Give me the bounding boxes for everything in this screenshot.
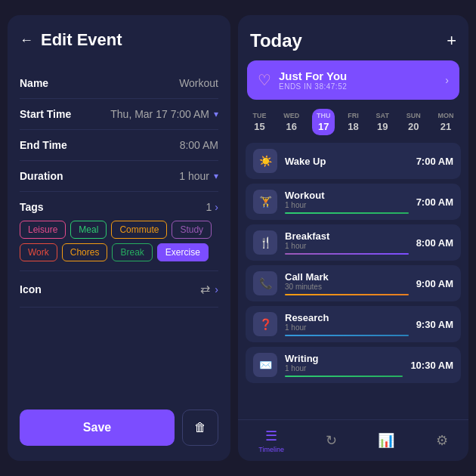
breakfast-bar	[285, 253, 409, 255]
start-time-chevron-icon: ▾	[214, 109, 218, 119]
event-workout[interactable]: 🏋️ Workout 1 hour 7:00 AM	[246, 184, 461, 220]
icon-arrows-icon: ⇄	[200, 282, 210, 296]
bottom-nav: ☰ Timeline ↻ 📊 ⚙	[238, 419, 468, 461]
name-label: Name	[20, 77, 48, 89]
icon-chevron-icon: ›	[215, 283, 218, 295]
duration-field-row[interactable]: Duration 1 hour ▾	[20, 161, 218, 192]
tags-grid: Leisure Meal Commute Study Work Chores B…	[20, 221, 218, 261]
calendar-strip: TUE 15 WED 16 THU 17 FRI 18 SAT 19 SUN 2…	[238, 109, 468, 143]
writing-icon: ✉️	[253, 353, 277, 377]
end-time-value: 8:00 AM	[180, 139, 218, 151]
workout-bar	[285, 212, 409, 214]
callmark-info: Call Mark 30 minutes	[285, 271, 409, 295]
nav-settings[interactable]: ⚙	[436, 432, 448, 449]
name-value: Workout	[179, 77, 218, 89]
icon-field-row[interactable]: Icon ⇄ ›	[20, 271, 218, 308]
right-header: Today +	[238, 15, 468, 60]
research-icon: ❓	[253, 312, 277, 336]
icon-label: Icon	[20, 283, 42, 295]
add-event-button[interactable]: +	[447, 31, 456, 51]
workout-icon: 🏋️	[253, 190, 277, 214]
start-time-value: Thu, Mar 17 7:00 AM ▾	[110, 108, 218, 120]
workout-info: Workout 1 hour	[285, 190, 409, 214]
end-time-field-row[interactable]: End Time 8:00 AM	[20, 130, 218, 161]
event-callmark[interactable]: 📞 Call Mark 30 minutes 9:00 AM	[246, 265, 461, 301]
cal-day-tue[interactable]: TUE 15	[248, 109, 270, 135]
refresh-icon: ↻	[326, 432, 337, 449]
icon-value: ⇄ ›	[200, 282, 218, 296]
tags-header: Tags 1 ›	[20, 201, 218, 213]
breakfast-info: Breakfast 1 hour	[285, 230, 409, 255]
delete-icon: 🗑	[194, 421, 206, 434]
cal-day-fri[interactable]: FRI 18	[343, 109, 363, 135]
today-title: Today	[250, 30, 302, 51]
research-info: Research 1 hour	[285, 312, 409, 336]
name-field-row[interactable]: Name Workout	[20, 68, 218, 99]
duration-value: 1 hour ▾	[179, 170, 218, 182]
save-button[interactable]: Save	[20, 410, 175, 446]
delete-button[interactable]: 🗑	[182, 410, 218, 446]
nav-refresh[interactable]: ↻	[326, 432, 337, 449]
wakeup-info: Wake Up	[285, 156, 409, 167]
tag-commute[interactable]: Commute	[111, 221, 167, 239]
event-wakeup[interactable]: ☀️ Wake Up 7:00 AM	[246, 143, 461, 179]
tag-leisure[interactable]: Leisure	[20, 221, 66, 239]
cal-day-thu[interactable]: THU 17	[312, 109, 335, 135]
wakeup-icon: ☀️	[253, 149, 277, 173]
duration-label: Duration	[20, 170, 63, 182]
writing-bar	[285, 376, 403, 377]
cal-day-sat[interactable]: SAT 19	[372, 109, 394, 135]
cal-day-wed[interactable]: WED 16	[279, 109, 304, 135]
event-research[interactable]: ❓ Research 1 hour 9:30 AM	[246, 306, 461, 342]
jfy-subtitle: ENDS IN 38:47:52	[279, 82, 437, 91]
bottom-actions: Save 🗑	[20, 394, 218, 446]
tag-break[interactable]: Break	[112, 243, 152, 261]
start-time-label: Start Time	[20, 108, 71, 120]
breakfast-icon: 🍴	[253, 230, 277, 255]
callmark-bar	[285, 294, 409, 295]
tag-meal[interactable]: Meal	[70, 221, 107, 239]
back-button[interactable]: ←	[20, 32, 33, 48]
end-time-label: End Time	[20, 139, 67, 151]
duration-chevron-icon: ▾	[214, 171, 218, 181]
jfy-chevron-icon: ›	[445, 74, 449, 86]
nav-stats[interactable]: 📊	[378, 432, 394, 449]
tags-count[interactable]: 1 ›	[206, 201, 218, 213]
writing-info: Writing 1 hour	[285, 353, 403, 377]
left-header: ← Edit Event	[20, 30, 218, 50]
cal-day-mon[interactable]: MON 21	[434, 109, 459, 135]
timeline-icon: ☰	[265, 428, 277, 444]
timeline-label: Timeline	[258, 446, 284, 453]
nav-timeline[interactable]: ☰ Timeline	[258, 428, 284, 453]
events-list: ☀️ Wake Up 7:00 AM 🏋️ Workout 1 hour 7:0…	[238, 143, 468, 419]
tag-exercise[interactable]: Exercise	[157, 243, 209, 261]
tag-work[interactable]: Work	[20, 243, 57, 261]
event-breakfast[interactable]: 🍴 Breakfast 1 hour 8:00 AM	[246, 224, 461, 261]
tags-section: Tags 1 › Leisure Meal Commute Study Work…	[20, 192, 218, 271]
cal-day-sun[interactable]: SUN 20	[402, 109, 425, 135]
jfy-text: Just For You ENDS IN 38:47:52	[279, 70, 437, 91]
page-title: Edit Event	[41, 30, 122, 50]
just-for-you-card[interactable]: ♡ Just For You ENDS IN 38:47:52 ›	[247, 60, 459, 100]
settings-icon: ⚙	[436, 432, 448, 449]
heart-icon: ♡	[258, 71, 271, 89]
tag-chores[interactable]: Chores	[62, 243, 108, 261]
event-writing[interactable]: ✉️ Writing 1 hour 10:30 AM	[246, 347, 461, 383]
jfy-title: Just For You	[279, 70, 437, 82]
edit-event-panel: ← Edit Event Name Workout Start Time Thu…	[8, 15, 230, 461]
tags-label: Tags	[20, 201, 44, 213]
start-time-field-row[interactable]: Start Time Thu, Mar 17 7:00 AM ▾	[20, 99, 218, 130]
today-panel: Today + ♡ Just For You ENDS IN 38:47:52 …	[238, 15, 468, 461]
callmark-icon: 📞	[253, 271, 277, 295]
stats-icon: 📊	[378, 432, 394, 449]
tag-study[interactable]: Study	[172, 221, 212, 239]
tags-chevron-icon: ›	[215, 201, 218, 213]
research-bar	[285, 335, 409, 336]
